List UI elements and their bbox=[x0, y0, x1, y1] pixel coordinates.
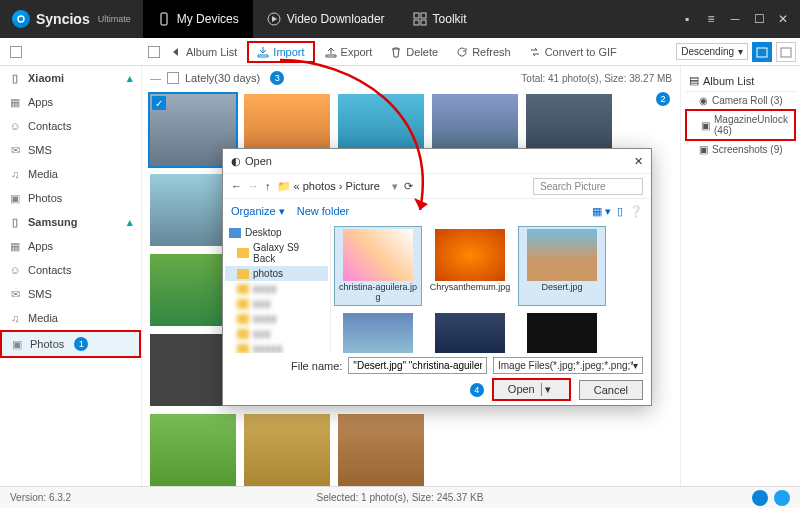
back-album-list[interactable]: Album List bbox=[162, 43, 245, 61]
toolbar-checkbox[interactable] bbox=[148, 46, 160, 58]
export-button[interactable]: Export bbox=[317, 43, 381, 61]
step-badge-4: 4 bbox=[470, 383, 484, 397]
dialog-close-button[interactable]: ✕ bbox=[634, 155, 643, 168]
group-checkbox[interactable] bbox=[167, 72, 179, 84]
convert-gif-button[interactable]: Convert to GIF bbox=[521, 43, 625, 61]
filename-input[interactable] bbox=[348, 357, 487, 374]
label: Import bbox=[273, 46, 304, 58]
photo-thumb[interactable] bbox=[244, 414, 330, 486]
photo-thumb[interactable] bbox=[150, 414, 236, 486]
sidebar-item-contacts[interactable]: ☺Contacts bbox=[0, 258, 141, 282]
filename-label: File name: bbox=[291, 360, 342, 372]
new-folder-button[interactable]: New folder bbox=[297, 205, 350, 217]
refresh-icon[interactable]: ⟳ bbox=[404, 180, 413, 193]
nav-my-devices[interactable]: My Devices bbox=[143, 0, 253, 38]
group-stats: Total: 41 photo(s), Size: 38.27 MB bbox=[521, 73, 672, 84]
collapse-icon[interactable]: ▴ bbox=[127, 216, 133, 229]
tree-photos[interactable]: photos bbox=[225, 266, 328, 281]
sidebar-item-apps[interactable]: ▦Apps bbox=[0, 234, 141, 258]
cancel-button[interactable]: Cancel bbox=[579, 380, 643, 400]
nav-toolkit[interactable]: Toolkit bbox=[399, 0, 481, 38]
filetype-dropdown[interactable]: Image Files(*.jpg;*.jpeg;*.png;*.▾ bbox=[493, 357, 643, 374]
album-screenshots[interactable]: ▣ Screenshots (9) bbox=[685, 141, 796, 158]
chat-icon[interactable]: ▪ bbox=[680, 12, 694, 26]
sidebar-item-apps[interactable]: ▦Apps bbox=[0, 90, 141, 114]
nav-forward-button[interactable]: → bbox=[248, 180, 259, 192]
group-header: — Lately(30 days) 3 Total: 41 photo(s), … bbox=[142, 66, 680, 90]
label: SMS bbox=[28, 144, 52, 156]
svg-rect-3 bbox=[421, 13, 426, 18]
breadcrumb[interactable]: 📁 « photos › Picture bbox=[277, 180, 380, 193]
sidebar-item-contacts[interactable]: ☺Contacts bbox=[0, 114, 141, 138]
open-button[interactable]: Open ▾ bbox=[492, 378, 571, 401]
file-item[interactable] bbox=[519, 311, 605, 353]
facebook-icon[interactable] bbox=[752, 490, 768, 506]
minimize-button[interactable]: ─ bbox=[728, 12, 742, 26]
import-button[interactable]: Import bbox=[247, 41, 314, 63]
tree-item-blurred[interactable]: ▮▮▮▮ bbox=[225, 281, 328, 296]
apps-icon: ▦ bbox=[8, 95, 22, 109]
view-calendar-button[interactable] bbox=[752, 42, 772, 62]
svg-rect-7 bbox=[781, 48, 791, 57]
tree-item-blurred[interactable]: ▮▮▮▮▮ bbox=[225, 341, 328, 353]
maximize-button[interactable]: ☐ bbox=[752, 12, 766, 26]
preview-pane-button[interactable]: ▯ bbox=[617, 205, 623, 218]
view-mode-button[interactable]: ▦ ▾ bbox=[592, 205, 611, 218]
step-badge-3: 3 bbox=[270, 71, 284, 85]
play-icon bbox=[267, 12, 281, 26]
sidebar-item-photos-selected[interactable]: ▣ Photos 1 bbox=[0, 330, 141, 358]
device-samsung[interactable]: ▯ Samsung ▴ bbox=[0, 210, 141, 234]
file-item[interactable] bbox=[335, 311, 421, 353]
delete-button[interactable]: Delete bbox=[382, 43, 446, 61]
nav-video-downloader[interactable]: Video Downloader bbox=[253, 0, 399, 38]
close-button[interactable]: ✕ bbox=[776, 12, 790, 26]
sort-dropdown[interactable]: Descending ▾ bbox=[676, 43, 748, 60]
menu-icon[interactable]: ≡ bbox=[704, 12, 718, 26]
tree-item-blurred[interactable]: ▮▮▮▮ bbox=[225, 311, 328, 326]
organize-menu[interactable]: Organize ▾ bbox=[231, 205, 285, 218]
image-icon: ▣ bbox=[701, 120, 710, 131]
sidebar-item-media[interactable]: ♫Media bbox=[0, 306, 141, 330]
label: Convert to GIF bbox=[545, 46, 617, 58]
tree-backup[interactable]: Galaxy S9 Back bbox=[225, 240, 328, 266]
photos-icon: ▣ bbox=[8, 191, 22, 205]
file-item[interactable] bbox=[427, 311, 513, 353]
twitter-icon[interactable] bbox=[774, 490, 790, 506]
refresh-button[interactable]: Refresh bbox=[448, 43, 519, 61]
app-edition: Ultimate bbox=[98, 14, 131, 24]
sidebar-item-sms[interactable]: ✉SMS bbox=[0, 282, 141, 306]
nav-back-button[interactable]: ← bbox=[231, 180, 242, 192]
top-nav: My Devices Video Downloader Toolkit bbox=[143, 0, 481, 38]
file-open-dialog: ◐ Open ✕ ← → ↑ 📁 « photos › Picture ▾ ⟳ … bbox=[222, 148, 652, 406]
search-input[interactable]: Search Picture bbox=[533, 178, 643, 195]
apps-icon: ▦ bbox=[8, 239, 22, 253]
file-item[interactable]: Chrysanthemum.jpg bbox=[427, 227, 513, 305]
image-icon: ▣ bbox=[699, 144, 708, 155]
nav-up-button[interactable]: ↑ bbox=[265, 180, 271, 192]
tree-item-blurred[interactable]: ▮▮▮ bbox=[225, 296, 328, 311]
file-item[interactable]: Desert.jpg bbox=[519, 227, 605, 305]
list-icon bbox=[780, 46, 792, 58]
file-item[interactable]: christina-aguilera.jpg bbox=[335, 227, 421, 305]
sidebar-item-media[interactable]: ♫Media bbox=[0, 162, 141, 186]
help-button[interactable]: ❔ bbox=[629, 205, 643, 218]
status-bar: Version: 6.3.2 Selected: 1 photo(s), Siz… bbox=[0, 486, 800, 508]
label: Screenshots (9) bbox=[712, 144, 783, 155]
collapse-icon[interactable]: ▴ bbox=[127, 72, 133, 85]
label: Album List bbox=[186, 46, 237, 58]
tree-desktop[interactable]: Desktop bbox=[225, 225, 328, 240]
select-all-checkbox[interactable] bbox=[10, 46, 22, 58]
view-list-button[interactable] bbox=[776, 42, 796, 62]
device-xiaomi[interactable]: ▯ Xiaomi ▴ bbox=[0, 66, 141, 90]
sidebar-item-photos[interactable]: ▣Photos bbox=[0, 186, 141, 210]
label: Apps bbox=[28, 240, 53, 252]
photo-thumb[interactable] bbox=[338, 414, 424, 486]
open-dropdown[interactable]: ▾ bbox=[541, 383, 555, 396]
label: Refresh bbox=[472, 46, 511, 58]
folder-tree[interactable]: Desktop Galaxy S9 Back photos ▮▮▮▮ ▮▮▮ ▮… bbox=[223, 223, 331, 353]
album-magazine-unlock[interactable]: 2 ▣ MagazineUnlock (46) bbox=[685, 109, 796, 141]
sidebar-item-sms[interactable]: ✉SMS bbox=[0, 138, 141, 162]
tree-item-blurred[interactable]: ▮▮▮ bbox=[225, 326, 328, 341]
album-camera-roll[interactable]: ◉ Camera Roll (3) bbox=[685, 92, 796, 109]
device-sidebar: ▯ Xiaomi ▴ ▦Apps ☺Contacts ✉SMS ♫Media ▣… bbox=[0, 66, 142, 486]
